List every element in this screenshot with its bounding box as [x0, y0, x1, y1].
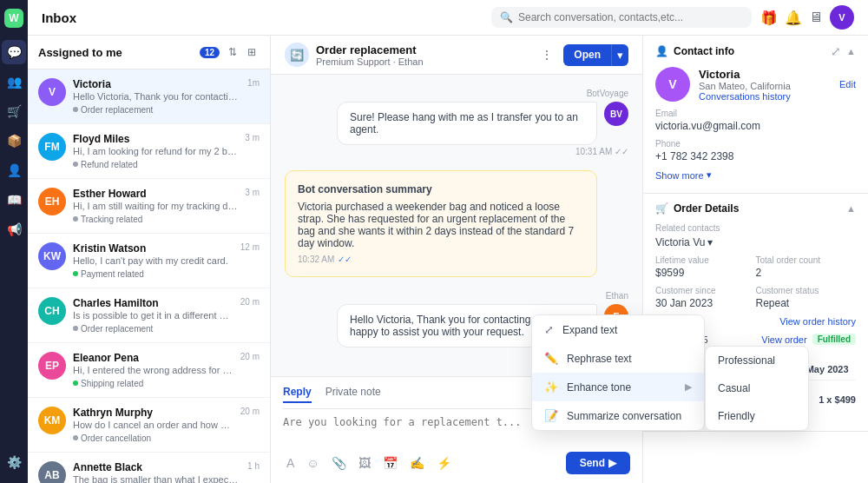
ctx-sub-professional[interactable]: Professional	[706, 347, 808, 374]
conv-item[interactable]: CH Charles Hamilton Is is possible to ge…	[28, 288, 270, 343]
order-details-header[interactable]: 🛒 Order Details ▲	[643, 194, 868, 223]
page-title: Inbox	[42, 10, 76, 25]
nav-icon-campaigns[interactable]: 📢	[2, 217, 26, 242]
related-contacts-value: Victoria Vu	[655, 236, 705, 248]
conv-content: Eleanor Pena Hi, I entered the wrong add…	[73, 352, 233, 388]
contact-row: V Victoria San Mateo, California Convers…	[655, 67, 856, 102]
screen-icon[interactable]: 🖥	[809, 10, 823, 25]
conversations-history-link[interactable]: Conversations history	[699, 91, 831, 102]
nav-icon-inbox[interactable]: 💬	[2, 40, 26, 64]
conv-item[interactable]: EP Eleanor Pena Hi, I entered the wrong …	[28, 343, 270, 398]
customer-status-field: Customer status Repeat	[756, 286, 857, 309]
ctx-sub-casual[interactable]: Casual	[706, 374, 808, 402]
conv-time: 1 h	[247, 461, 260, 471]
nav-icon-contacts[interactable]: 👥	[2, 69, 26, 94]
conv-item[interactable]: KW Kristin Watson Hello, I can't pay wit…	[28, 234, 270, 288]
avatar: KM	[38, 407, 66, 434]
expand-icon: ⤢	[544, 323, 554, 336]
conv-list-header: Assigned to me 12 ⇅ ⊞	[28, 36, 270, 69]
conv-preview: Hi, I am looking for refund for my 2 bag…	[73, 146, 238, 156]
conv-time: 1m	[247, 78, 260, 88]
nav-icon-docs[interactable]: 📖	[2, 188, 26, 212]
conv-content: Charles Hamilton Is is possible to get i…	[73, 297, 233, 334]
filter-icon[interactable]: ⊞	[244, 44, 260, 60]
bot-message-1: BotVoyage Sure! Please hang with me as I…	[285, 89, 628, 156]
customer-status-label: Customer status	[756, 286, 857, 295]
bot-summary-time: 10:32 AM	[298, 255, 334, 264]
conv-time: 12 m	[240, 242, 260, 252]
expand-panel-icon[interactable]: ⤢	[831, 44, 841, 58]
avatar: EH	[38, 188, 66, 215]
conv-content: Annette Black The bag is smaller than wh…	[73, 461, 240, 483]
tab-private-note[interactable]: Private note	[326, 386, 381, 403]
show-more-btn[interactable]: Show more ▾	[655, 169, 856, 181]
ctx-rephrase-text[interactable]: ✏️ Rephrase text	[532, 344, 704, 373]
calendar-icon[interactable]: 📅	[379, 454, 401, 472]
bell-icon[interactable]: 🔔	[785, 10, 802, 26]
ctx-enhance-tone[interactable]: ✨ Enhance tone ▶	[532, 373, 704, 401]
dropdown-icon: ▾	[707, 236, 713, 248]
nav-icon-profile[interactable]: 👤	[2, 158, 26, 182]
conv-tag: Shipping related	[73, 379, 143, 388]
conv-items: V Victoria Hello Victoria, Thank you for…	[28, 69, 270, 483]
ctx-sub-friendly[interactable]: Friendly	[706, 402, 808, 430]
conv-item[interactable]: V Victoria Hello Victoria, Thank you for…	[28, 69, 270, 124]
attachment-icon[interactable]: 📎	[328, 454, 350, 472]
image-icon[interactable]: 🖼	[355, 454, 374, 472]
conv-tag: Order replacement	[73, 105, 153, 115]
contact-info-section: 👤 Contact info ⤢ ▲ V Victoria San Mateo,…	[643, 36, 868, 194]
avatar: EP	[38, 352, 66, 380]
total-orders-field: Total order count 2	[756, 255, 857, 279]
contact-name: Victoria	[699, 68, 831, 81]
avatar: AB	[38, 461, 66, 483]
gift-icon[interactable]: 🎁	[760, 10, 778, 26]
edit-contact-link[interactable]: Edit	[839, 79, 856, 89]
open-btn-group: Open ▾	[563, 44, 628, 66]
ctx-summarize[interactable]: 📝 Summarize conversation	[532, 401, 704, 430]
user-avatar[interactable]: V	[830, 5, 854, 30]
send-button[interactable]: Send ▶	[566, 452, 630, 474]
more-options-icon[interactable]: ⋮	[537, 44, 556, 65]
conv-item[interactable]: FM Floyd Miles Hi, I am looking for refu…	[28, 124, 270, 179]
nav-icon-reports[interactable]: 📦	[2, 129, 26, 153]
view-order-link[interactable]: View order	[761, 334, 806, 345]
contact-info-header[interactable]: 👤 Contact info ⤢ ▲	[643, 36, 868, 67]
tab-reply[interactable]: Reply	[283, 386, 312, 403]
lifetime-label: Lifetime value	[655, 255, 756, 265]
related-contacts-select[interactable]: Victoria Vu ▾	[655, 236, 856, 248]
contact-icon: 👤	[655, 45, 668, 57]
conv-time: 20 m	[240, 352, 260, 361]
contact-details: Victoria San Mateo, California Conversat…	[699, 68, 831, 102]
conv-content: Floyd Miles Hi, I am looking for refund …	[73, 133, 238, 169]
conv-item[interactable]: KM Kathryn Murphy How do I cancel an ord…	[28, 398, 270, 453]
view-order-history-link[interactable]: View order history	[779, 316, 856, 327]
ctx-expand-text[interactable]: ⤢ Expand text	[532, 315, 704, 344]
conv-tag: Tracking related	[73, 215, 142, 224]
contact-card: V Victoria San Mateo, California Convers…	[643, 67, 868, 193]
show-more-label: Show more	[655, 170, 704, 181]
search-input[interactable]	[518, 11, 743, 23]
enhance-arrow-icon: ▶	[685, 381, 692, 393]
text-format-icon[interactable]: A	[283, 454, 298, 472]
reply-toolbar: A ☺ 📎 🖼 📅 ✍ ⚡ Send ▶	[283, 452, 630, 474]
nav-icon-settings[interactable]: ⚙️	[2, 450, 26, 474]
lifetime-value-field: Lifetime value $9599	[655, 255, 756, 279]
conv-preview: How do I cancel an order and how much w.…	[73, 420, 233, 430]
bot-summary-meta: 10:32 AM ✓✓	[298, 255, 584, 264]
contact-location: San Mateo, California	[699, 81, 831, 91]
conv-preview: Is is possible to get it in a different …	[73, 310, 233, 321]
customer-since-field: Customer since 30 Jan 2023	[655, 286, 756, 309]
open-button[interactable]: Open	[563, 44, 611, 66]
conv-item[interactable]: EH Esther Howard Hi, I am still waiting …	[28, 179, 270, 234]
ai-icon[interactable]: ⚡	[433, 454, 455, 472]
nav-icon-orders[interactable]: 🛒	[2, 99, 26, 123]
sort-icon[interactable]: ⇅	[225, 44, 240, 60]
emoji-icon[interactable]: ☺	[303, 454, 322, 472]
conv-item[interactable]: AB Annette Black The bag is smaller than…	[28, 453, 270, 483]
conv-list-title: Assigned to me	[38, 46, 194, 59]
contact-info-title: 👤 Contact info	[655, 45, 734, 57]
open-button-dropdown[interactable]: ▾	[611, 44, 628, 66]
conversation-list: Assigned to me 12 ⇅ ⊞ V Victoria Hello V…	[28, 36, 271, 483]
signature-icon[interactable]: ✍	[406, 454, 428, 472]
order-details-title: 🛒 Order Details	[655, 202, 739, 215]
